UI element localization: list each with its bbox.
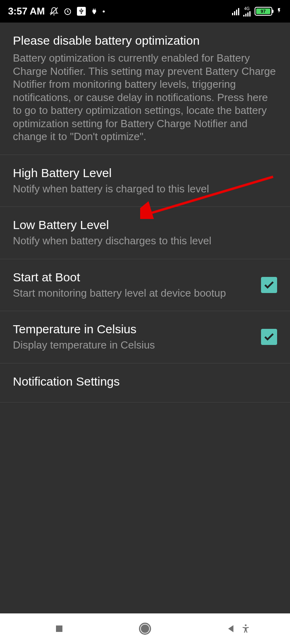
svg-point-8 [245, 624, 246, 626]
plug-icon [91, 8, 98, 15]
notification-settings[interactable]: Notification Settings [0, 363, 290, 402]
setting-description: Notify when battery is charged to this l… [13, 182, 277, 196]
temperature-celsius-setting[interactable]: Temperature in Celsius Display temperatu… [0, 311, 290, 363]
setting-description: Notify when battery discharges to this l… [13, 234, 277, 248]
status-right: 4G 97 [232, 6, 282, 17]
do-not-disturb-icon [50, 7, 58, 16]
home-button[interactable] [121, 617, 169, 641]
setting-title: Low Battery Level [13, 218, 277, 232]
accessibility-button[interactable] [222, 617, 270, 641]
warning-title: Please disable battery optimization [13, 34, 277, 47]
battery-optimization-warning[interactable]: Please disable battery optimization Batt… [0, 23, 290, 155]
dot-indicator-icon [103, 10, 105, 12]
start-at-boot-checkbox[interactable] [261, 277, 277, 293]
setting-description: Display temperature in Celsius [13, 339, 253, 352]
signal-bars-icon [232, 7, 239, 15]
setting-title: Notification Settings [13, 375, 277, 388]
network-indicator: 4G [243, 6, 251, 17]
svg-point-6 [141, 625, 149, 632]
navigation-bar [0, 613, 290, 644]
svg-rect-4 [56, 625, 62, 632]
recent-apps-button[interactable] [35, 617, 83, 641]
battery-icon: 97 [255, 7, 272, 16]
status-time: 3:57 AM [8, 6, 45, 17]
low-battery-level-setting[interactable]: Low Battery Level Notify when battery di… [0, 207, 290, 259]
status-left: 3:57 AM [8, 6, 105, 17]
start-at-boot-setting[interactable]: Start at Boot Start monitoring battery l… [0, 259, 290, 312]
setting-title: Start at Boot [13, 270, 253, 284]
temperature-celsius-checkbox[interactable] [261, 329, 277, 345]
charging-bolt-icon [276, 6, 282, 16]
setting-description: Start monitoring battery level at device… [13, 287, 253, 300]
settings-content: Please disable battery optimization Batt… [0, 23, 290, 613]
warning-description: Battery optimization is currently enable… [13, 52, 277, 143]
setting-title: High Battery Level [13, 166, 277, 180]
alarm-icon [63, 7, 72, 16]
high-battery-level-setting[interactable]: High Battery Level Notify when battery i… [0, 155, 290, 207]
status-bar: 3:57 AM 4G [0, 0, 290, 23]
usb-icon [77, 7, 86, 16]
setting-title: Temperature in Celsius [13, 322, 253, 336]
